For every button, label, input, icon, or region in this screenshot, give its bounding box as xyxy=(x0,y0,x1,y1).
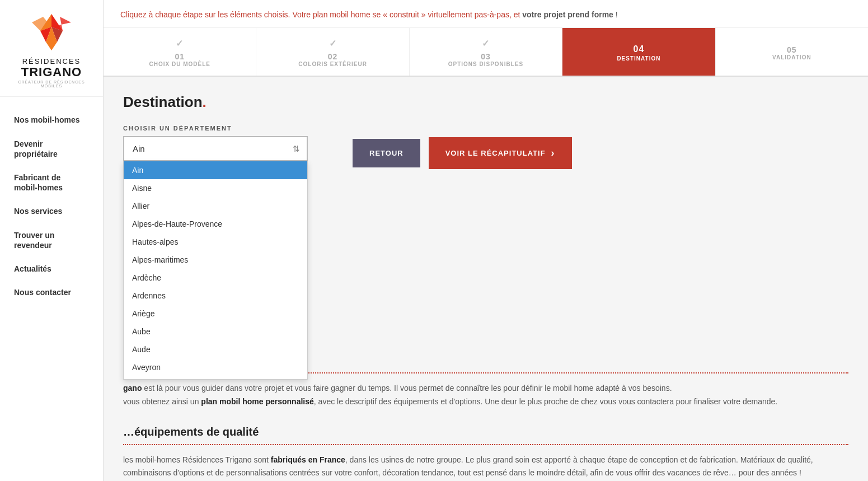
step-3-label: OPTIONS DISPONIBLES xyxy=(448,61,524,67)
brand-tagline: CRÉATEUR DE RÉSIDENCES MOBILES xyxy=(11,80,92,88)
dropdown-item-alpes-maritimes[interactable]: Alpes-maritimes xyxy=(124,251,307,269)
step-3-num: 03 xyxy=(481,52,491,61)
select-arrows-icon: ⇅ xyxy=(293,144,300,154)
nav-item-contact[interactable]: Nous contacter xyxy=(0,281,103,304)
brand-line2: TRIGANO xyxy=(11,66,92,79)
step-3[interactable]: ✓ 03 OPTIONS DISPONIBLES xyxy=(410,28,562,76)
step-2-num: 02 xyxy=(328,52,338,61)
dropdown-item-hautes-alpes[interactable]: Hautes-alpes xyxy=(124,233,307,251)
form-right: RETOUR VOIR LE RÉCAPITULATIF › xyxy=(353,125,848,169)
step-4-label: DESTINATION xyxy=(617,55,660,62)
top-banner: Cliquez à chaque étape sur les éléments … xyxy=(104,0,868,28)
dropdown-item-ardennes[interactable]: Ardennes xyxy=(124,287,307,305)
brand-name: RÉSIDENCES TRIGANO xyxy=(11,58,92,79)
logo-icon xyxy=(29,11,74,53)
nav-item-proprietaire[interactable]: Devenirpropriétaire xyxy=(0,132,103,166)
nav-menu: Nos mobil-homes Devenirpropriétaire Fabr… xyxy=(0,102,103,473)
step-2[interactable]: ✓ 02 COLORIS EXTÉRIEUR xyxy=(256,28,409,76)
sidebar: RÉSIDENCES TRIGANO CRÉATEUR DE RÉSIDENCE… xyxy=(0,0,104,481)
banner-bold-text: votre projet prend forme xyxy=(520,10,613,19)
select-wrapper: Ain ⇅ Ain Aisne Allier Alpes-de-Haute-Pr… xyxy=(123,136,308,161)
recapitulatif-button[interactable]: VOIR LE RÉCAPITULATIF › xyxy=(429,137,572,169)
info-text-1: gano est là pour vous guider dans votre … xyxy=(123,382,848,409)
info-title-2: …équipements de qualité xyxy=(123,426,848,438)
dropdown-item-ariege[interactable]: Ariège xyxy=(124,305,307,323)
step-5[interactable]: 05 VALIDATION xyxy=(716,28,868,76)
form-row: CHOISIR UN DÉPARTEMENT Ain ⇅ Ain Aisne xyxy=(123,125,848,169)
info-section-2: …équipements de qualité les mobil-homes … xyxy=(123,426,848,480)
nav-item-actualites[interactable]: Actualités xyxy=(0,257,103,281)
banner-colored-text: Cliquez à chaque étape sur les éléments … xyxy=(120,10,520,19)
dropdown-item-aveyron[interactable]: Aveyron xyxy=(124,358,307,376)
dropdown-item-alpes-haute-provence[interactable]: Alpes-de-Haute-Provence xyxy=(124,215,307,233)
title-dot: . xyxy=(203,94,207,110)
step-1[interactable]: ✓ 01 CHOIX DU MODÈLE xyxy=(104,28,256,76)
step-2-check: ✓ xyxy=(329,38,337,49)
step-1-num: 01 xyxy=(175,52,185,61)
step-4[interactable]: 04 DESTINATION xyxy=(562,28,715,76)
logo-area: RÉSIDENCES TRIGANO CRÉATEUR DE RÉSIDENCE… xyxy=(0,0,103,97)
dept-label: CHOISIR UN DÉPARTEMENT xyxy=(123,125,308,132)
dashed-divider-2 xyxy=(123,444,848,445)
content-area: Destination. CHOISIR UN DÉPARTEMENT Ain … xyxy=(104,77,868,481)
banner-end-text: ! xyxy=(613,10,618,19)
page-title: Destination. xyxy=(123,94,848,111)
nav-item-revendeur[interactable]: Trouver unrevendeur xyxy=(0,223,103,257)
dropdown-item-aisne[interactable]: Aisne xyxy=(124,179,307,197)
nav-item-mobil-homes[interactable]: Nos mobil-homes xyxy=(0,108,103,132)
social-bar: f 𝕏 ◻ in ▶ xyxy=(0,473,103,481)
step-4-num: 04 xyxy=(634,44,645,54)
step-5-label: VALIDATION xyxy=(772,54,811,60)
info-text-2: les mobil-homes Résidences Trigano sont … xyxy=(123,454,848,480)
dropdown-item-ain[interactable]: Ain xyxy=(124,161,307,179)
nav-item-fabricant[interactable]: Fabricant demobil-homes xyxy=(0,166,103,199)
dropdown-item-aube[interactable]: Aube xyxy=(124,323,307,340)
step-2-label: COLORIS EXTÉRIEUR xyxy=(298,61,367,67)
brand-line1: RÉSIDENCES xyxy=(11,58,92,66)
dropdown-list[interactable]: Ain Aisne Allier Alpes-de-Haute-Provence… xyxy=(123,161,308,380)
steps-bar: ✓ 01 CHOIX DU MODÈLE ✓ 02 COLORIS EXTÉRI… xyxy=(104,28,868,77)
select-value: Ain xyxy=(133,144,145,153)
form-left: CHOISIR UN DÉPARTEMENT Ain ⇅ Ain Aisne xyxy=(123,125,308,161)
step-3-check: ✓ xyxy=(482,38,490,49)
step-1-check: ✓ xyxy=(176,38,184,49)
step-1-label: CHOIX DU MODÈLE xyxy=(149,61,210,67)
retour-button[interactable]: RETOUR xyxy=(353,139,420,167)
select-display[interactable]: Ain ⇅ xyxy=(123,136,308,161)
recap-label: VOIR LE RÉCAPITULATIF xyxy=(445,149,546,157)
dropdown-item-bouches-du-rhone[interactable]: Bouches-du-Rhône xyxy=(124,376,307,380)
step-5-num: 05 xyxy=(787,45,797,54)
dropdown-item-ardeche[interactable]: Ardèche xyxy=(124,269,307,287)
dropdown-item-aude[interactable]: Aude xyxy=(124,340,307,358)
action-buttons: RETOUR VOIR LE RÉCAPITULATIF › xyxy=(353,137,572,169)
nav-item-services[interactable]: Nos services xyxy=(0,199,103,223)
dropdown-item-allier[interactable]: Allier xyxy=(124,197,307,215)
main-content: Cliquez à chaque étape sur les éléments … xyxy=(104,0,868,481)
arrow-icon: › xyxy=(551,147,555,159)
